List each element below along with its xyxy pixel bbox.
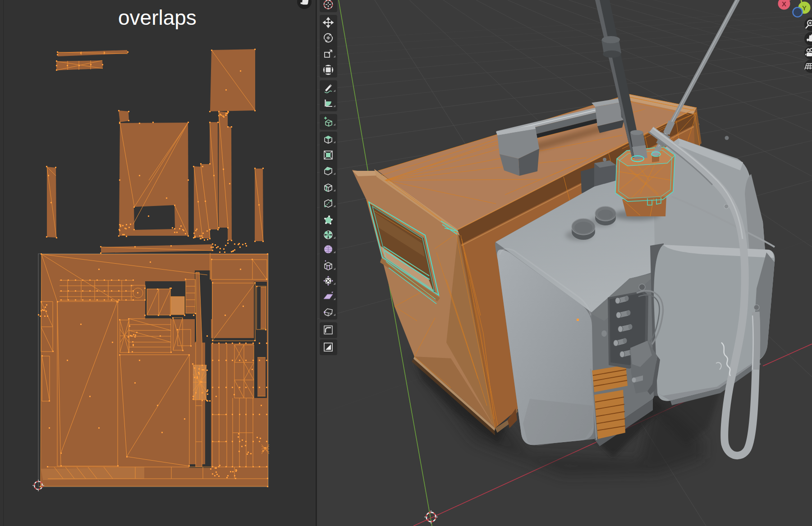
svg-text:overlaps: overlaps: [118, 6, 197, 29]
svg-text:X: X: [782, 0, 786, 8]
svg-text:Y: Y: [802, 4, 807, 12]
